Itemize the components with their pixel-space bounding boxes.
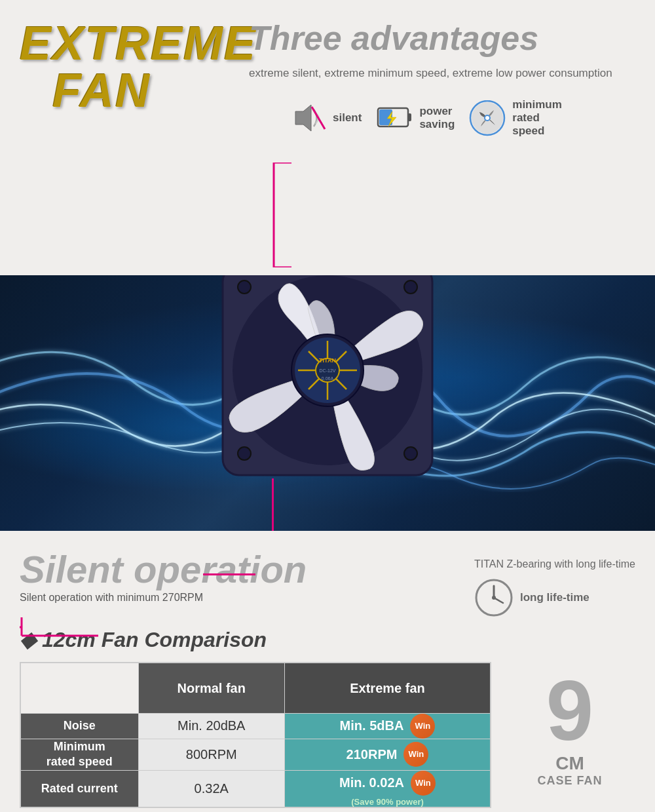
- table-row: Minimumrated speed 800RPM 210RPM Win: [20, 739, 491, 770]
- min-speed-label: minimumratedspeed: [512, 98, 562, 138]
- row-label-current: Rated current: [20, 770, 138, 807]
- nine-number: 9: [546, 668, 593, 753]
- clock-area: long life-time: [474, 578, 635, 617]
- advantages-area: Three advantages extreme silent, extreme…: [249, 13, 635, 138]
- extreme-current-value: Min. 0.02A: [339, 775, 404, 790]
- silent-right: TITAN Z-bearing with long life-time long…: [474, 547, 635, 617]
- svg-text:DC-12V: DC-12V: [320, 368, 336, 373]
- power-saving-icon-item: powersaving: [375, 100, 455, 136]
- win-badge-minspeed: Win: [403, 742, 428, 767]
- table-row: Noise Min. 20dBA Min. 5dBA Win: [20, 713, 491, 739]
- row-normal-current: 0.32A: [138, 770, 284, 807]
- table-row: Rated current 0.32A Min. 0.02A Win (Save…: [20, 770, 491, 807]
- svg-text:0.06A: 0.06A: [322, 376, 334, 381]
- silent-title: Silent operation: [20, 551, 307, 589]
- advantages-title: Three advantages: [249, 20, 635, 57]
- win-badge-current: Win: [411, 771, 436, 796]
- table-and-badge: Normal fan Extreme fan Noise Min. 20dBA …: [20, 662, 635, 807]
- row-extreme-noise: Min. 5dBA Win: [284, 713, 491, 739]
- long-lifetime-text: long life-time: [520, 591, 590, 604]
- svg-text:TITAN: TITAN: [319, 357, 336, 364]
- win-badge-noise: Win: [410, 714, 435, 739]
- nine-cm-badge: 9 CM CASE FAN: [504, 662, 635, 793]
- dark-hero-section: TITAN DC-12V 0.06A: [0, 275, 655, 531]
- col-header-normal: Normal fan: [138, 663, 284, 713]
- svg-marker-0: [295, 105, 311, 131]
- min-speed-icon-item: minimumratedspeed: [468, 98, 562, 138]
- silent-icon-item: silent: [288, 100, 362, 136]
- row-label-minspeed: Minimumrated speed: [20, 739, 138, 770]
- silent-operation-area: Silent operation Silent operation with m…: [20, 547, 635, 617]
- bottom-section: Silent operation Silent operation with m…: [0, 531, 655, 812]
- svg-point-16: [238, 447, 251, 460]
- silent-subtitle: Silent operation with minimum 270RPM: [20, 592, 307, 604]
- svg-point-15: [404, 280, 417, 294]
- svg-rect-3: [408, 113, 411, 121]
- logo-area: EXTREME FAN: [20, 13, 249, 114]
- save-power-text: (Save 90% power): [351, 797, 424, 807]
- row-extreme-current: Min. 0.02A Win (Save 90% power): [284, 770, 491, 807]
- logo-line1: EXTREME: [20, 17, 257, 69]
- row-label-noise: Noise: [20, 713, 138, 739]
- silent-label: silent: [333, 111, 362, 125]
- zbearing-text: TITAN Z-bearing with long life-time: [474, 557, 635, 571]
- advantages-subtitle: extreme silent, extreme minimum speed, e…: [249, 65, 635, 82]
- pink-bracket-bottom: [20, 617, 216, 637]
- clock-icon: [474, 578, 514, 617]
- cm-casefan: CM CASE FAN: [537, 753, 602, 788]
- logo-line2: FAN: [52, 64, 151, 117]
- silent-icon: [288, 100, 328, 136]
- silent-left: Silent operation Silent operation with m…: [20, 547, 474, 604]
- comparison-table: Normal fan Extreme fan Noise Min. 20dBA …: [20, 662, 491, 807]
- logo-text: EXTREME FAN: [20, 20, 249, 114]
- power-saving-label: powersaving: [419, 105, 455, 132]
- power-saving-icon: [375, 100, 414, 136]
- icons-row: silent powersaving: [288, 98, 635, 138]
- row-extreme-minspeed: 210RPM Win: [284, 739, 491, 770]
- extreme-noise-value: Min. 5dBA: [340, 718, 404, 733]
- col-header-extreme: Extreme fan: [284, 663, 491, 713]
- top-section: EXTREME FAN Three advantages extreme sil…: [0, 0, 655, 275]
- svg-point-17: [404, 447, 417, 460]
- cm-text: CM: [537, 753, 602, 774]
- casefan-text: CASE FAN: [537, 774, 602, 788]
- svg-point-9: [485, 116, 489, 120]
- svg-point-14: [238, 280, 251, 294]
- extreme-minspeed-value: 210RPM: [346, 747, 398, 762]
- row-normal-minspeed: 800RPM: [138, 739, 284, 770]
- fan-image-container: TITAN DC-12V 0.06A: [206, 275, 449, 492]
- min-speed-icon: [468, 100, 507, 136]
- row-normal-noise: Min. 20dBA: [138, 713, 284, 739]
- svg-point-32: [492, 596, 496, 600]
